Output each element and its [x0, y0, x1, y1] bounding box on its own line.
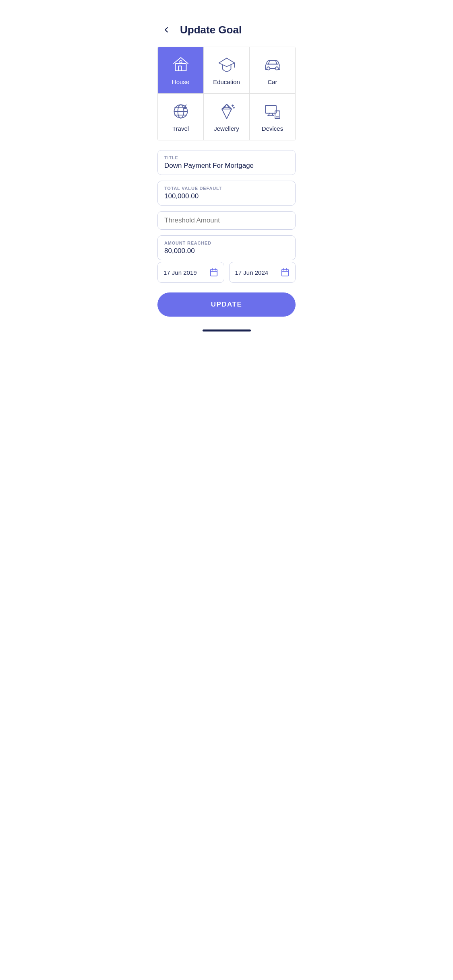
header: Update Goal: [151, 0, 302, 43]
total-value-label: TOTAL VALUE DEFAULT: [164, 186, 289, 191]
total-value-input[interactable]: [164, 192, 289, 200]
page-title: Update Goal: [180, 24, 242, 36]
svg-rect-29: [210, 270, 217, 276]
form-section: TITLE TOTAL VALUE DEFAULT AMOUNT REACHED: [151, 140, 302, 260]
title-label: TITLE: [164, 155, 289, 160]
amount-reached-label: AMOUNT REACHED: [164, 241, 289, 245]
amount-reached-input-group[interactable]: AMOUNT REACHED: [157, 235, 296, 260]
category-devices[interactable]: Devices: [250, 94, 296, 140]
threshold-input-group[interactable]: [157, 211, 296, 230]
svg-rect-23: [265, 105, 276, 113]
update-button[interactable]: UPDATE: [157, 292, 296, 317]
svg-line-13: [185, 105, 186, 107]
category-education[interactable]: Education: [204, 47, 250, 94]
category-travel-label: Travel: [172, 125, 189, 132]
category-car[interactable]: Car: [250, 47, 296, 94]
category-house-label: House: [172, 78, 189, 85]
start-date-text: 17 Jun 2019: [163, 269, 197, 276]
date-row: 17 Jun 2019 17 Jun 2024: [151, 262, 302, 283]
svg-marker-3: [219, 58, 234, 67]
category-grid: House Education Car: [157, 47, 296, 140]
svg-rect-27: [275, 111, 280, 119]
svg-point-2: [180, 61, 182, 63]
svg-rect-1: [178, 66, 182, 71]
svg-point-5: [267, 67, 270, 70]
threshold-input[interactable]: [164, 216, 289, 224]
category-car-label: Car: [267, 78, 277, 85]
category-house[interactable]: House: [158, 47, 204, 94]
category-education-label: Education: [213, 78, 240, 85]
title-input-group[interactable]: TITLE: [157, 150, 296, 175]
end-date-calendar-icon: [281, 268, 290, 277]
end-date-text: 17 Jun 2024: [235, 269, 269, 276]
back-button[interactable]: [159, 23, 174, 37]
amount-reached-input[interactable]: [164, 247, 289, 255]
end-date-field[interactable]: 17 Jun 2024: [229, 262, 296, 283]
start-date-field[interactable]: 17 Jun 2019: [157, 262, 224, 283]
category-jewellery[interactable]: Jewellery: [204, 94, 250, 140]
svg-rect-0: [175, 64, 186, 71]
title-input[interactable]: [164, 162, 289, 170]
category-devices-label: Devices: [262, 125, 283, 132]
home-indicator: [203, 329, 251, 331]
category-jewellery-label: Jewellery: [214, 125, 239, 132]
total-value-input-group[interactable]: TOTAL VALUE DEFAULT: [157, 181, 296, 206]
svg-rect-33: [282, 270, 289, 276]
svg-point-6: [275, 67, 278, 70]
svg-marker-14: [222, 104, 232, 119]
category-travel[interactable]: Travel: [158, 94, 204, 140]
start-date-calendar-icon: [209, 268, 218, 277]
